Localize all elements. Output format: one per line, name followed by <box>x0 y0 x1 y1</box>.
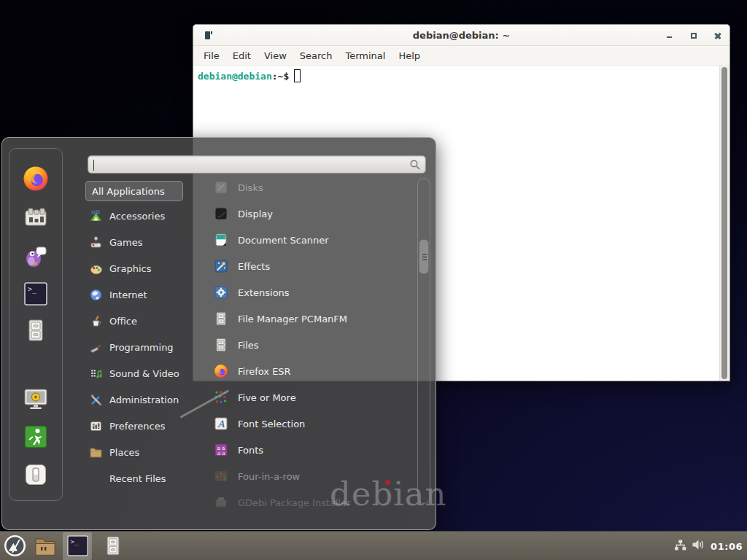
app-item-file-manager-pcmanfm[interactable]: File Manager PCManFM <box>208 308 415 329</box>
terminal-prompt: debian@debian:~$ <box>198 69 301 82</box>
app-item-five-or-more[interactable]: Five or More <box>208 387 415 408</box>
places-icon <box>90 446 102 459</box>
app-item-document-scanner[interactable]: Document Scanner <box>208 230 415 250</box>
extensions-icon <box>214 285 228 300</box>
menu-button[interactable] <box>0 532 29 560</box>
app-item-fonts[interactable]: a a a a Fonts <box>208 440 415 460</box>
app-label: Extensions <box>238 287 290 298</box>
terminal-scrollbar[interactable] <box>721 67 727 379</box>
app-label: Document Scanner <box>238 235 329 246</box>
svg-text:a a: a a <box>217 451 225 456</box>
category-label: Graphics <box>109 263 151 274</box>
office-icon <box>90 315 102 327</box>
app-item-display[interactable]: Display <box>208 203 415 224</box>
display-icon <box>214 206 228 221</box>
fonts-icon: a a a a <box>214 443 228 457</box>
terminal-scrollbar-track <box>719 66 729 381</box>
effects-icon <box>214 259 228 273</box>
shutdown-icon <box>24 463 47 486</box>
applications-menu: debian <box>1 137 436 530</box>
category-places[interactable]: Places <box>84 442 190 462</box>
category-label: Games <box>109 237 142 248</box>
app-label: Font Selection <box>238 419 305 429</box>
file-cabinet-icon <box>214 311 228 326</box>
accessories-icon <box>90 210 102 222</box>
favorite-files-button[interactable] <box>24 319 47 342</box>
taskbar: >_ <box>0 531 747 560</box>
menubar-help[interactable]: Help <box>392 50 427 61</box>
app-item-extensions[interactable]: Extensions <box>208 282 415 303</box>
terminal-title: debian@debian: ~ <box>193 30 729 41</box>
taskbar-file-manager-button[interactable] <box>29 532 61 560</box>
category-games[interactable]: Games <box>84 232 190 252</box>
app-item-firefox-esr[interactable]: Firefox ESR <box>208 361 415 381</box>
category-accessories[interactable]: Accessories <box>84 206 190 226</box>
file-cabinet-icon <box>214 338 228 352</box>
category-label: Administration <box>109 394 179 405</box>
app-label: GDebi Package Installer <box>238 497 351 508</box>
volume-icon <box>692 539 705 551</box>
app-label: Four-in-a-row <box>238 471 300 482</box>
favorite-settings-button[interactable] <box>23 206 48 230</box>
category-internet[interactable]: Internet <box>84 284 190 305</box>
menu-scrollbar[interactable] <box>419 239 429 274</box>
category-label: Recent Files <box>109 473 166 484</box>
network-icon <box>674 539 686 551</box>
category-administration[interactable]: Administration <box>84 389 190 410</box>
app-item-font-selection[interactable]: A Font Selection <box>208 413 415 434</box>
app-item-effects[interactable]: Effects <box>208 256 415 276</box>
menubar-view[interactable]: View <box>258 50 293 61</box>
favorite-pidgin-button[interactable] <box>23 244 48 268</box>
terminal-icon: >_ <box>67 535 88 556</box>
close-icon[interactable] <box>713 31 722 40</box>
category-label: Accessories <box>109 211 165 222</box>
menubar-search[interactable]: Search <box>293 50 339 61</box>
search-input[interactable] <box>88 155 426 174</box>
font-selection-icon: A <box>214 416 228 431</box>
app-label: Effects <box>238 261 270 272</box>
terminal-titlebar[interactable]: debian@debian: ~ <box>193 25 729 46</box>
lock-screen-icon <box>23 386 48 411</box>
category-preferences[interactable]: Preferences <box>84 416 190 436</box>
taskbar-terminal-button[interactable]: >_ <box>63 532 92 560</box>
app-item-gdebi-package-installer[interactable]: GDebi Package Installer <box>208 492 415 513</box>
category-office[interactable]: Office <box>84 311 190 331</box>
category-graphics[interactable]: Graphics <box>84 258 190 279</box>
file-cabinet-icon <box>103 535 123 556</box>
app-item-four-in-a-row[interactable]: Four-in-a-row <box>208 466 415 486</box>
sound-video-icon <box>90 368 102 380</box>
prompt-path: :~$ <box>272 71 289 82</box>
file-cabinet-icon <box>24 319 47 342</box>
disks-icon <box>214 180 228 195</box>
taskbar-clock[interactable]: 01:06 <box>711 541 743 552</box>
favorite-terminal-button[interactable]: >_ <box>24 282 47 306</box>
category-recent-files[interactable]: Recent Files <box>84 468 190 489</box>
category-all-applications[interactable]: All Applications <box>85 181 183 201</box>
network-tray-button[interactable] <box>674 539 686 554</box>
volume-tray-button[interactable] <box>692 539 705 553</box>
app-label: File Manager PCManFM <box>238 314 347 324</box>
category-label: Office <box>109 316 137 327</box>
minimize-icon[interactable] <box>665 31 674 40</box>
menubar-file[interactable]: File <box>197 50 226 61</box>
maximize-icon[interactable] <box>689 31 698 40</box>
favorite-firefox-button[interactable] <box>23 166 49 192</box>
preferences-icon <box>90 420 102 432</box>
menubar-terminal[interactable]: Terminal <box>338 50 392 61</box>
category-sound-video[interactable]: Sound & Video <box>84 363 190 384</box>
taskbar-files-button[interactable] <box>96 532 130 560</box>
app-item-disks[interactable]: Disks <box>208 177 415 198</box>
app-label: Five or More <box>238 392 296 403</box>
favorite-lock-screen-button[interactable] <box>23 386 48 411</box>
favorite-shutdown-button[interactable] <box>24 463 47 486</box>
favorite-logout-button[interactable] <box>24 425 47 448</box>
category-programming[interactable]: Programming <box>84 337 190 357</box>
graphics-icon <box>90 262 102 275</box>
firefox-icon <box>214 364 228 378</box>
terminal-menubar: File Edit View Search Terminal Help <box>193 46 729 66</box>
menubar-edit[interactable]: Edit <box>226 50 258 61</box>
programming-icon <box>90 341 102 354</box>
category-label: Places <box>109 447 139 458</box>
app-label: Files <box>238 340 259 351</box>
app-item-files[interactable]: Files <box>208 335 415 355</box>
